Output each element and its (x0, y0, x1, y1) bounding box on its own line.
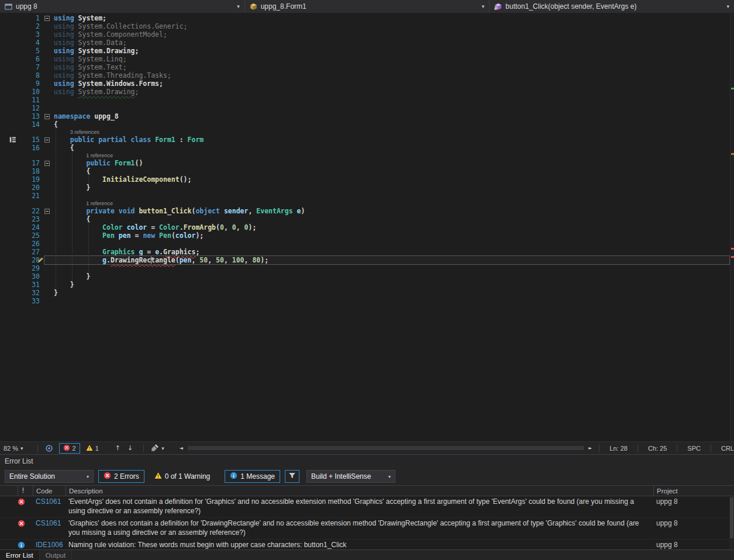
project-dropdown[interactable]: uppg 8 ▾ (0, 0, 245, 13)
error-code-link[interactable]: CS1061 (33, 497, 66, 506)
line-number[interactable]: 3 (15, 30, 40, 39)
line-number[interactable]: 25 (15, 231, 40, 240)
codelens-annotation[interactable]: 1 reference (0, 152, 729, 159)
line-number[interactable]: 15 (15, 136, 40, 144)
line-number[interactable]: 2 (15, 22, 40, 30)
line-number[interactable]: 27 (15, 248, 40, 256)
code-cleanup-button[interactable]: ▾ (147, 442, 168, 454)
horizontal-scrollbar-thumb[interactable] (188, 446, 584, 450)
code-line-16[interactable]: 16 { (0, 144, 729, 152)
code-line-22[interactable]: 22 private void button1_Click(object sen… (0, 207, 729, 215)
line-number[interactable]: 10 (15, 88, 40, 96)
code-line-7[interactable]: 7using System.Text; (0, 63, 729, 71)
column-indicator[interactable]: Ch: 25 (642, 445, 673, 452)
code-line-14[interactable]: 14{ (0, 120, 729, 129)
code-line-27[interactable]: 27 Graphics g = e.Graphics; (0, 248, 729, 256)
code-line-17[interactable]: 17 public Form1() (0, 159, 729, 167)
error-list-scrollbar[interactable] (729, 496, 734, 549)
code-line-21[interactable]: 21 (0, 192, 729, 200)
line-number[interactable]: 16 (15, 144, 40, 152)
fold-collapse-icon[interactable] (44, 114, 50, 119)
error-code-link[interactable]: CS1061 (33, 519, 66, 527)
source-filter-dropdown[interactable]: Build + IntelliSense ▾ (306, 470, 395, 483)
code-editor[interactable]: 1using System;2using System.Collections.… (0, 13, 734, 441)
line-number[interactable]: 5 (15, 47, 40, 55)
line-number[interactable]: 30 (15, 272, 40, 281)
line-number[interactable]: 7 (15, 63, 40, 71)
line-number[interactable]: 18 (15, 167, 40, 175)
line-indicator[interactable]: Ln: 28 (603, 445, 634, 452)
type-dropdown[interactable]: uppg_8.Form1 ▾ (245, 0, 490, 13)
code-line-1[interactable]: 1using System; (0, 14, 729, 22)
reference-count-label[interactable]: 1 reference (54, 152, 113, 159)
error-count-button[interactable]: 2 (59, 443, 80, 454)
code-line-20[interactable]: 20 } (0, 184, 729, 192)
code-line-19[interactable]: 19 InitializeComponent(); (0, 175, 729, 184)
horizontal-scrollbar[interactable] (187, 442, 585, 454)
code-line-6[interactable]: 6using System.Linq; (0, 55, 729, 63)
code-line-31[interactable]: 31 } (0, 281, 729, 289)
code-line-30[interactable]: 30 } (0, 272, 729, 281)
line-number[interactable]: 21 (15, 192, 40, 200)
code-line-33[interactable]: 33 (0, 297, 729, 305)
line-number[interactable]: 33 (15, 297, 40, 305)
code-line-3[interactable]: 3using System.ComponentModel; (0, 30, 729, 39)
code-line-8[interactable]: 8using System.Threading.Tasks; (0, 71, 729, 79)
line-number[interactable]: 28 (15, 256, 40, 264)
previous-issue-button[interactable]: ↑ (112, 442, 124, 454)
filter-button[interactable] (285, 470, 299, 483)
code-line-13[interactable]: 13namespace uppg_8 (0, 112, 729, 120)
fold-collapse-icon[interactable] (44, 16, 50, 21)
scroll-right-button[interactable]: ► (585, 442, 595, 454)
code-line-12[interactable]: 12 (0, 104, 729, 112)
scope-filter-dropdown[interactable]: Entire Solution ▾ (5, 470, 94, 483)
line-number[interactable]: 13 (15, 112, 40, 120)
line-number[interactable]: 31 (15, 281, 40, 289)
code-line-29[interactable]: 29 (0, 264, 729, 272)
code-line-15[interactable]: 15 public partial class Form1 : Form (0, 136, 729, 144)
outline-margin[interactable] (44, 14, 54, 22)
line-number[interactable]: 32 (15, 289, 40, 297)
line-number[interactable]: 9 (15, 79, 40, 88)
description-column-header[interactable]: Description (66, 486, 653, 496)
code-line-11[interactable]: 11 (0, 96, 729, 104)
severity-column-header[interactable] (18, 486, 33, 496)
outline-margin[interactable] (44, 207, 54, 215)
space-mode-indicator[interactable]: SPC (681, 445, 707, 452)
next-issue-button[interactable]: ↓ (124, 442, 136, 454)
line-number[interactable]: 23 (15, 215, 40, 223)
line-ending-indicator[interactable]: CRL (715, 445, 734, 452)
error-list-row[interactable]: CS1061'Graphics' does not contain a defi… (0, 518, 734, 540)
codelens-annotation[interactable]: 3 references (0, 129, 729, 136)
line-number[interactable]: 12 (15, 104, 40, 112)
line-number[interactable]: 20 (15, 184, 40, 192)
line-number[interactable]: 14 (15, 120, 40, 129)
outline-margin[interactable] (44, 159, 54, 167)
outline-margin[interactable] (44, 136, 54, 144)
line-number[interactable]: 4 (15, 39, 40, 47)
errors-filter-button[interactable]: 2 Errors (98, 470, 144, 483)
outline-margin[interactable] (44, 112, 54, 120)
scroll-left-button[interactable]: ◄ (176, 442, 187, 454)
fold-collapse-icon[interactable] (44, 137, 50, 143)
line-number[interactable]: 17 (15, 159, 40, 167)
line-number[interactable]: 1 (15, 14, 40, 22)
code-line-32[interactable]: 32} (0, 289, 729, 297)
line-number[interactable]: 11 (15, 96, 40, 104)
line-number[interactable]: 24 (15, 223, 40, 231)
code-line-2[interactable]: 2using System.Collections.Generic; (0, 22, 729, 30)
code-line-9[interactable]: 9using System.Windows.Forms; (0, 79, 729, 88)
code-line-26[interactable]: 26 (0, 240, 729, 248)
fold-collapse-icon[interactable] (44, 161, 50, 166)
code-line-24[interactable]: 24 Color color = Color.FromArgb(0, 0, 0)… (0, 223, 729, 231)
line-number[interactable]: 22 (15, 207, 40, 215)
member-dropdown[interactable]: button1_Click(object sender, EventArgs e… (490, 0, 734, 13)
line-number[interactable]: 19 (15, 175, 40, 184)
error-list-row[interactable]: CS1061'EventArgs' does not contain a def… (0, 496, 734, 518)
error-code-link[interactable]: IDE1006 (33, 541, 66, 549)
code-line-25[interactable]: 25 Pen pen = new Pen(color); (0, 231, 729, 240)
warning-count-button[interactable]: 1 (82, 442, 102, 454)
reference-count-label[interactable]: 3 references (54, 129, 99, 136)
warnings-filter-button[interactable]: 0 of 1 Warning (149, 470, 216, 483)
vertical-scrollbar[interactable] (730, 13, 734, 441)
